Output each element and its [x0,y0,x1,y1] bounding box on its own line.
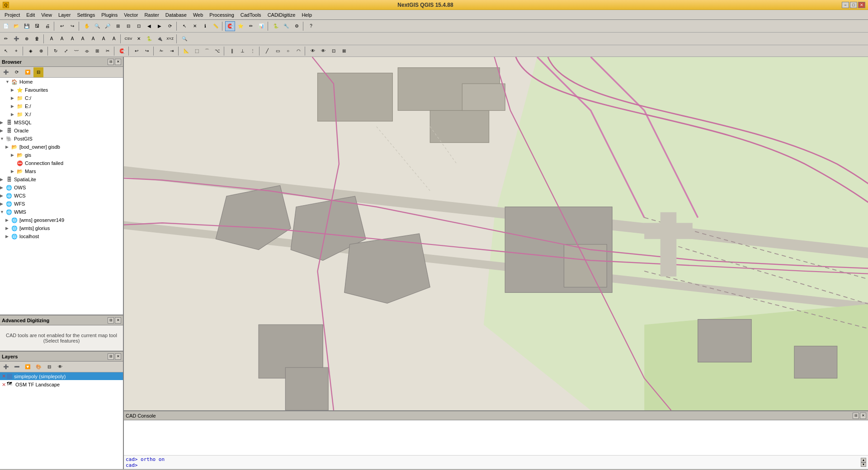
menu-plugins[interactable]: Plugins [99,11,120,19]
tree-wfs[interactable]: ▶ 🌐 WFS [0,200,123,208]
browser-add-btn[interactable]: ➕ [1,67,11,77]
add-feature-btn[interactable]: ➕ [11,34,21,44]
cad-scroll-down[interactable]: ▼ [861,462,866,467]
cad-extend-btn[interactable]: ⇥ [167,46,177,56]
cad-move-btn[interactable]: ⊕ [36,46,46,56]
menu-help[interactable]: Help [299,11,315,19]
cad-rotate-btn[interactable]: ↻ [51,46,61,56]
tree-home[interactable]: ▼ 🏠 Home [0,78,123,86]
browser-filter-btn[interactable]: 🔽 [23,67,33,77]
tree-oracle[interactable]: ▶ 🗄 Oracle [0,127,123,135]
undo-btn[interactable]: ↩ [57,21,67,31]
tree-c[interactable]: ▶ 📁 C:/ [0,94,123,102]
cad-console-float-btn[interactable]: ⊟ [853,413,859,419]
browser-float-btn[interactable]: ⊟ [108,59,114,65]
zoom-in-btn[interactable]: 🔍 [92,21,102,31]
layers-add-btn[interactable]: ➕ [1,362,11,372]
label2-btn[interactable]: A [57,34,67,44]
zoom-prev-btn[interactable]: ◀ [144,21,154,31]
open-project-btn[interactable]: 📂 [11,21,21,31]
cad-trim-btn[interactable]: ✁ [156,46,166,56]
layer-simplepoly[interactable]: ✕ simplepoly (simplepoly) [0,372,123,380]
zoom-out-btn[interactable]: 🔎 [103,21,113,31]
cad-vis3-btn[interactable]: ⊡ [329,46,339,56]
map-canvas[interactable] [124,57,868,410]
minimize-button[interactable]: − [842,2,849,8]
spatial-bookmark-btn[interactable]: ⭐ [236,21,245,31]
menu-raster[interactable]: Raster [142,11,161,19]
label-btn[interactable]: A [47,34,57,44]
menu-layer[interactable]: Layer [56,11,74,19]
cad-align-btn[interactable]: ⋮ [248,46,258,56]
cad-vis4-btn[interactable]: ⊠ [339,46,349,56]
close-button[interactable]: ✕ [858,2,865,8]
cad-redo-btn[interactable]: ↪ [142,46,152,56]
cad-rect-btn[interactable]: ▭ [273,46,283,56]
cad-split-btn[interactable]: ✂ [103,46,113,56]
select-btn[interactable]: ↖ [179,21,189,31]
cad-vis2-btn[interactable]: 👁 [318,46,328,56]
help-btn[interactable]: ? [306,21,316,31]
tree-mssql[interactable]: ▶ 🗄 MSSQL [0,118,123,127]
browser-close-btn[interactable]: ✕ [115,59,121,65]
zoom-next-btn[interactable]: ▶ [155,21,165,31]
digitize-btn[interactable]: ✏ [246,21,256,31]
browser-collapse-btn[interactable]: ⊟ [33,67,43,77]
layers-remove-btn[interactable]: ➖ [12,362,22,372]
refresh-btn[interactable]: ⟳ [165,21,175,31]
tree-postgis[interactable]: ▼ 🐘 PostGIS [0,135,123,143]
layer-osm[interactable]: ✕ 🗺 OSM TF Landscape [0,380,123,389]
measure-btn[interactable]: 📏 [211,21,221,31]
menu-cadidigitize[interactable]: CADiDigitize [265,11,298,19]
adv-dig-close-btn[interactable]: ✕ [115,317,121,324]
cad-line-btn[interactable]: ╱ [262,46,272,56]
zoom-map-btn[interactable]: 🔍 [179,34,189,44]
cad-vis1-btn[interactable]: 👁 [308,46,318,56]
tree-localhost[interactable]: ▶ 🌐 localhost [0,232,123,240]
menu-cadtools[interactable]: CadTools [238,11,264,19]
tree-favourites[interactable]: ▶ ⭐ Favourites [0,86,123,94]
cad-select-btn[interactable]: ↖ [1,46,11,56]
label5-btn[interactable]: A [88,34,98,44]
csv-btn[interactable]: CSV [123,34,133,44]
cad-scale-btn[interactable]: ⤢ [61,46,71,56]
tree-wms[interactable]: ▼ 🌐 WMS [0,208,123,216]
zoom-select-btn[interactable]: ⊡ [134,21,144,31]
adv-dig-float-btn[interactable]: ⊟ [108,317,114,324]
python-btn[interactable]: 🐍 [271,21,281,31]
layers-collapse-btn[interactable]: ⊟ [44,362,54,372]
cad-area-btn[interactable]: ⬚ [192,46,202,56]
label4-btn[interactable]: A [78,34,88,44]
maximize-button[interactable]: □ [850,2,857,8]
save-project-btn[interactable]: 💾 [22,21,32,31]
tree-spatialite[interactable]: ▶ 🗄 SpatiaLite [0,175,123,183]
delete-feature-btn[interactable]: 🗑 [32,34,42,44]
tree-ows[interactable]: ▶ 🌐 OWS [0,183,123,192]
menu-web[interactable]: Web [190,11,206,19]
processing-btn[interactable]: ⚙ [292,21,302,31]
save-as-btn[interactable]: 🖫 [32,21,42,31]
deselect-btn[interactable]: ✕ [190,21,200,31]
cad-offset-btn[interactable]: ⊞ [92,46,102,56]
pan-btn[interactable]: ✋ [82,21,92,31]
python2-btn[interactable]: 🐍 [144,34,154,44]
tree-e[interactable]: ▶ 📁 E:/ [0,102,123,110]
tree-geoserver[interactable]: ▶ 🌐 [wms] geoserver149 [0,216,123,224]
menu-database[interactable]: Database [163,11,189,19]
browser-refresh-btn[interactable]: ⟳ [12,67,22,77]
cad-simplify-btn[interactable]: 〰 [71,46,81,56]
tree-wcs[interactable]: ▶ 🌐 WCS [0,192,123,200]
menu-settings[interactable]: Settings [74,11,98,19]
cad-undo-btn[interactable]: ↩ [132,46,142,56]
cad-console-close-btn[interactable]: ✕ [860,413,866,419]
menu-processing[interactable]: Processing [207,11,236,19]
menu-vector[interactable]: Vector [121,11,141,19]
cad-reshape-btn[interactable]: ⌯ [82,46,92,56]
snapping-btn[interactable]: 🧲 [225,21,235,31]
layers-close-btn[interactable]: ✕ [115,353,121,360]
cad-arc-btn[interactable]: ◠ [293,46,303,56]
cad-add-btn[interactable]: + [11,46,21,56]
cad-circle-btn[interactable]: ○ [283,46,293,56]
redo-btn[interactable]: ↪ [67,21,77,31]
layers-filter-btn[interactable]: 🔽 [23,362,33,372]
